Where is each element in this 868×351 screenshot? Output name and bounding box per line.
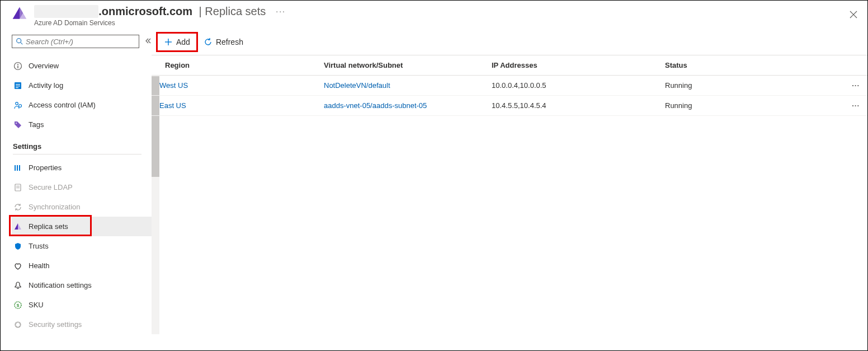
sidebar-item-label: Properties (29, 163, 62, 172)
sidebar-item-label: Secure LDAP (29, 183, 73, 191)
sidebar-item-tags[interactable]: Tags (12, 115, 152, 134)
tag-icon (13, 120, 23, 130)
sidebar-item-label: Overview (29, 62, 59, 70)
svg-point-16 (16, 123, 17, 124)
sidebar-item-health[interactable]: Health (12, 256, 152, 275)
cell-vnet[interactable]: aadds-vnet-05/aadds-subnet-05 (319, 96, 487, 116)
replica-icon (13, 222, 23, 232)
search-input[interactable] (12, 35, 139, 48)
sidebar-item-overview[interactable]: Overview (12, 56, 152, 76)
log-icon (13, 81, 23, 91)
refresh-label: Refresh (216, 38, 243, 46)
cell-region[interactable]: West US (152, 76, 319, 96)
svg-rect-17 (15, 165, 16, 171)
cell-vnet[interactable]: NotDeleteVN/default (319, 76, 487, 96)
cell-ip: 10.0.0.4,10.0.0.5 (487, 76, 661, 96)
sidebar-item-sku[interactable]: $ SKU (12, 295, 152, 315)
cell-region[interactable]: East US (152, 96, 319, 116)
health-icon (13, 261, 23, 271)
sidebar-item-activity-log[interactable]: Activity log (12, 76, 152, 95)
svg-rect-21 (16, 186, 20, 186)
svg-text:$: $ (17, 303, 20, 308)
svg-point-8 (17, 64, 18, 65)
table-row[interactable]: West US NotDeleteVN/default 10.0.0.4,10.… (152, 76, 867, 96)
sidebar-item-label: SKU (29, 301, 44, 309)
sku-icon: $ (13, 300, 23, 310)
svg-point-15 (19, 104, 22, 107)
sidebar-item-notification-settings[interactable]: Notification settings (12, 275, 152, 295)
sidebar-item-replica-sets[interactable]: Replica sets (12, 217, 152, 236)
toolbar: Add Refresh (152, 29, 867, 55)
sidebar-item-properties[interactable]: Properties (12, 158, 152, 177)
svg-rect-18 (17, 165, 18, 171)
page-subtitle: Azure AD Domain Services (34, 19, 286, 27)
iam-icon (13, 100, 23, 110)
refresh-button[interactable]: Refresh (198, 34, 249, 50)
sidebar-item-label: Security settings (29, 320, 82, 329)
sidebar-section-settings: Settings (13, 142, 152, 151)
search-icon (16, 38, 23, 45)
col-header-status[interactable]: Status (661, 55, 845, 76)
svg-line-6 (21, 43, 23, 45)
col-header-region[interactable]: Region (152, 55, 319, 76)
sidebar-item-access-control[interactable]: Access control (IAM) (12, 95, 152, 115)
sidebar-item-label: Access control (IAM) (29, 101, 96, 109)
col-header-vnet[interactable]: Virtual network/Subnet (319, 55, 487, 76)
svg-rect-13 (16, 87, 18, 88)
collapse-sidebar-icon[interactable] (145, 38, 152, 46)
svg-rect-11 (16, 84, 20, 85)
add-label: Add (176, 38, 190, 46)
security-icon (13, 320, 23, 330)
svg-rect-9 (17, 65, 18, 68)
info-icon (13, 61, 23, 71)
svg-rect-12 (16, 86, 20, 86)
col-header-ip[interactable]: IP Addresses (487, 55, 661, 76)
refresh-icon (204, 38, 213, 46)
sidebar-item-label: Health (29, 261, 50, 270)
sidebar-item-secure-ldap: Secure LDAP (12, 177, 152, 197)
sidebar-item-label: Trusts (29, 242, 49, 250)
sidebar-item-label: Activity log (29, 81, 63, 90)
sidebar-item-label: Synchronization (29, 203, 81, 211)
svg-marker-1 (13, 7, 20, 19)
domain-prefix-redacted: xxxxxxxxxx (34, 5, 98, 18)
page-header: xxxxxxxxxx.onmicrosoft.com | Replica set… (1, 1, 867, 29)
bell-icon (13, 280, 23, 291)
sidebar-item-label: Tags (29, 120, 44, 129)
sync-icon (13, 202, 23, 212)
svg-rect-19 (19, 165, 20, 171)
sidebar: Overview Activity log Access control (IA… (1, 29, 152, 345)
sidebar-item-synchronization: Synchronization (12, 197, 152, 217)
cell-status: Running (661, 96, 845, 116)
row-actions-icon[interactable]: ··· (845, 96, 867, 116)
sidebar-item-label: Replica sets (29, 222, 68, 231)
ldap-icon (13, 182, 23, 193)
svg-marker-24 (15, 223, 18, 230)
cell-ip: 10.4.5.5,10.4.5.4 (487, 96, 661, 116)
plus-icon (164, 38, 173, 46)
svg-point-5 (17, 39, 21, 43)
replica-sets-table: Region Virtual network/Subnet IP Address… (152, 55, 867, 116)
cell-status: Running (661, 76, 845, 96)
close-icon[interactable] (850, 11, 857, 21)
section-divider (13, 154, 141, 155)
sidebar-item-label: Notification settings (29, 281, 92, 289)
row-actions-icon[interactable]: ··· (845, 76, 867, 96)
add-button[interactable]: Add (158, 34, 196, 50)
trusts-icon (13, 241, 23, 251)
sidebar-item-security-settings: Security settings (12, 315, 152, 334)
table-row[interactable]: East US aadds-vnet-05/aadds-subnet-05 10… (152, 96, 867, 116)
more-actions-icon[interactable]: ··· (276, 7, 286, 16)
service-icon (12, 6, 27, 22)
sidebar-item-trusts[interactable]: Trusts (12, 236, 152, 256)
svg-point-14 (16, 102, 18, 105)
svg-rect-22 (16, 188, 20, 188)
properties-icon (13, 163, 23, 173)
page-title: xxxxxxxxxx.onmicrosoft.com | Replica set… (34, 5, 286, 18)
main-content: Add Refresh Region Virtual network/Subne… (152, 29, 867, 345)
